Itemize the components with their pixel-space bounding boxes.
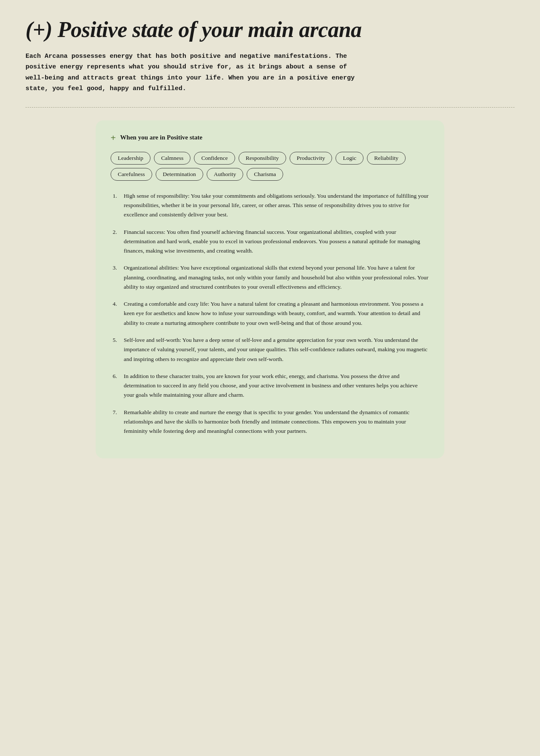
list-item-number: 7.	[113, 408, 120, 436]
card-header: + When you are in Positive state	[111, 133, 429, 142]
list-item: 2.Financial success: You often find your…	[113, 227, 429, 256]
tag-item: Reliability	[367, 152, 406, 165]
list-item-number: 6.	[113, 372, 120, 400]
list-item-text: Creating a comfortable and cozy life: Yo…	[124, 299, 429, 328]
list-item-text: Financial success: You often find yourse…	[124, 227, 429, 256]
list-item-number: 2.	[113, 227, 120, 256]
tag-item: Authority	[207, 168, 244, 181]
list-item-number: 4.	[113, 299, 120, 328]
tag-item: Determination	[156, 168, 203, 181]
list-item-number: 3.	[113, 263, 120, 292]
list-item-text: Organizational abilities: You have excep…	[124, 263, 429, 292]
title-prefix: (+) Positive state of	[26, 17, 202, 42]
page-title: (+) Positive state of your main arcana	[26, 17, 514, 43]
tag-item: Calmness	[154, 152, 191, 165]
tags-container: LeadershipCalmnessConfidenceResponsibili…	[111, 152, 429, 181]
tag-item: Carefulness	[111, 168, 152, 181]
list-item: 5.Self-love and self-worth: You have a d…	[113, 335, 429, 364]
title-italic: your main arcana	[202, 17, 361, 42]
list-item-text: Self-love and self-worth: You have a dee…	[124, 335, 429, 364]
tag-item: Confidence	[194, 152, 235, 165]
positive-state-card: + When you are in Positive state Leaders…	[96, 120, 444, 459]
plus-icon: +	[111, 133, 116, 142]
list-container: 1.High sense of responsibility: You take…	[111, 191, 429, 436]
list-item: 6.In addition to these character traits,…	[113, 372, 429, 400]
divider	[26, 107, 514, 108]
list-item-text: Remarkable ability to create and nurture…	[124, 408, 429, 436]
intro-text: Each Arcana possesses energy that has bo…	[26, 51, 357, 94]
tag-item: Responsibility	[239, 152, 286, 165]
tag-item: Productivity	[290, 152, 333, 165]
list-item-number: 1.	[113, 191, 120, 220]
tag-item: Charisma	[247, 168, 283, 181]
list-item-text: High sense of responsibility: You take y…	[124, 191, 429, 220]
list-item-number: 5.	[113, 335, 120, 364]
list-item: 4.Creating a comfortable and cozy life: …	[113, 299, 429, 328]
card-header-label: When you are in Positive state	[120, 134, 202, 141]
list-item: 3.Organizational abilities: You have exc…	[113, 263, 429, 292]
tag-item: Logic	[335, 152, 364, 165]
list-item: 1.High sense of responsibility: You take…	[113, 191, 429, 220]
list-item: 7.Remarkable ability to create and nurtu…	[113, 408, 429, 436]
list-item-text: In addition to these character traits, y…	[124, 372, 429, 400]
tag-item: Leadership	[111, 152, 151, 165]
